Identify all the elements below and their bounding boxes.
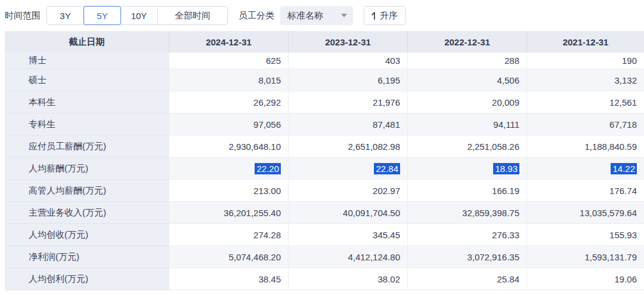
row-value-cell[interactable]: 13,035,579.64: [527, 202, 644, 224]
row-label: 人均薪酬(万元): [5, 158, 169, 180]
row-value-cell[interactable]: 97,056: [169, 113, 288, 136]
row-value-cell[interactable]: 20,009: [407, 91, 527, 113]
row-value-cell[interactable]: 403: [288, 53, 407, 69]
row-value-cell[interactable]: 190: [527, 53, 644, 69]
table-row[interactable]: 人均创收(万元) 274.28 345.45 276.33 155.93: [5, 224, 644, 246]
row-value-cell[interactable]: 2,651,082.98: [288, 136, 407, 158]
row-value-cell[interactable]: 5,074,468.20: [169, 246, 288, 268]
header-2021: 2021-12-31: [527, 31, 644, 53]
row-value-cell[interactable]: 38.02: [288, 268, 407, 290]
row-value-cell[interactable]: 213.00: [169, 180, 288, 202]
header-end-date: 截止日期: [5, 31, 169, 53]
table-body: 博士 625 403 288 190 硕士 8,015 6,195 4,506 …: [5, 53, 644, 290]
table-row[interactable]: 高管人均薪酬(万元) 213.00 202.97 166.19 176.74: [5, 180, 644, 202]
row-value-cell[interactable]: 40,091,704.50: [288, 202, 407, 224]
row-value-cell[interactable]: 12,561: [527, 91, 644, 113]
row-value-cell[interactable]: 176.74: [527, 180, 644, 202]
toolbar: 时间范围 3Y 5Y 10Y 全部时间 员工分类 标准名称 升序: [0, 0, 644, 26]
row-value-cell[interactable]: 3,072,916.35: [407, 246, 527, 268]
row-label: 博士: [5, 53, 169, 69]
row-value-cell[interactable]: 87,481: [288, 113, 407, 136]
table-row[interactable]: 专科生 97,056 87,481 94,111 67,718: [5, 113, 644, 136]
header-2024: 2024-12-31: [169, 31, 288, 53]
row-value-cell[interactable]: 94,111: [407, 113, 527, 136]
employee-data-table: 截止日期 2024-12-31 2023-12-31 2022-12-31 20…: [5, 31, 644, 290]
table-row[interactable]: 本科生 26,292 21,976 20,009 12,561: [5, 91, 644, 113]
row-value-cell[interactable]: 155.93: [527, 224, 644, 246]
header-2023: 2023-12-31: [288, 31, 407, 53]
row-value-cell[interactable]: 288: [407, 53, 527, 69]
time-button-10y[interactable]: 10Y: [120, 7, 158, 24]
row-value-cell[interactable]: 202.97: [288, 180, 407, 202]
row-label: 本科生: [5, 91, 169, 113]
row-value-cell[interactable]: 4,506: [407, 69, 527, 91]
table-header-row: 截止日期 2024-12-31 2023-12-31 2022-12-31 20…: [5, 31, 644, 53]
time-button-5y[interactable]: 5Y: [83, 6, 121, 25]
table-row[interactable]: 人均薪酬(万元) 22.20 22.84 18.93 14.22: [5, 158, 644, 180]
row-value-cell[interactable]: 6,195: [288, 69, 407, 91]
row-value-cell[interactable]: 36,201,255.40: [169, 202, 288, 224]
time-button-3y[interactable]: 3Y: [47, 7, 84, 24]
row-value-cell[interactable]: 3,132: [527, 69, 644, 91]
row-value-cell[interactable]: 2,251,058.26: [407, 136, 527, 158]
arrow-up-icon: [370, 11, 378, 20]
time-range-label: 时间范围: [5, 10, 41, 21]
employee-class-label: 员工分类: [239, 10, 274, 21]
table-row[interactable]: 应付员工薪酬(万元) 2,930,648.10 2,651,082.98 2,2…: [5, 136, 644, 158]
row-label: 主营业务收入(万元): [5, 202, 169, 224]
row-label: 硕士: [5, 69, 169, 91]
row-value-cell[interactable]: 26,292: [169, 91, 288, 113]
row-value-cell[interactable]: 276.33: [407, 224, 527, 246]
header-2022: 2022-12-31: [407, 31, 527, 53]
row-label: 净利润(万元): [5, 246, 169, 268]
row-value-cell[interactable]: 32,859,398.75: [407, 202, 527, 224]
row-value-cell[interactable]: 22.20: [169, 158, 288, 180]
row-value-cell[interactable]: 625: [169, 53, 288, 69]
row-value-cell[interactable]: 38.45: [169, 268, 288, 290]
row-value-cell[interactable]: 345.45: [288, 224, 407, 246]
chevron-down-icon: [341, 14, 347, 17]
row-value-cell[interactable]: 67,718: [527, 113, 644, 136]
sort-label: 升序: [380, 10, 398, 21]
row-value-cell[interactable]: 21,976: [288, 91, 407, 113]
row-value-cell[interactable]: 18.93: [407, 158, 527, 180]
row-value-cell[interactable]: 1,593,131.79: [527, 246, 644, 268]
row-value-cell[interactable]: 4,412,124.80: [288, 246, 407, 268]
row-value-cell[interactable]: 1,188,840.59: [527, 136, 644, 158]
row-label: 人均创收(万元): [5, 224, 169, 246]
row-value-cell[interactable]: 274.28: [169, 224, 288, 246]
table-row[interactable]: 人均创利(万元) 38.45 38.02 25.84 19.06: [5, 268, 644, 290]
row-label: 专科生: [5, 113, 169, 136]
table-row[interactable]: 净利润(万元) 5,074,468.20 4,412,124.80 3,072,…: [5, 246, 644, 268]
row-value-cell[interactable]: 2,930,648.10: [169, 136, 288, 158]
time-button-all[interactable]: 全部时间: [158, 7, 227, 24]
table-row[interactable]: 硕士 8,015 6,195 4,506 3,132: [5, 69, 644, 91]
row-label: 高管人均薪酬(万元): [5, 180, 169, 202]
row-value-cell[interactable]: 14.22: [527, 158, 644, 180]
sort-ascending-button[interactable]: 升序: [364, 6, 405, 25]
time-range-button-group: 3Y 5Y 10Y 全部时间: [47, 6, 228, 25]
row-label: 应付员工薪酬(万元): [5, 136, 169, 158]
row-value-cell[interactable]: 22.84: [288, 158, 407, 180]
table-row[interactable]: 主营业务收入(万元) 36,201,255.40 40,091,704.50 3…: [5, 202, 644, 224]
row-value-cell[interactable]: 8,015: [169, 69, 288, 91]
row-value-cell[interactable]: 19.06: [527, 268, 644, 290]
table-row[interactable]: 博士 625 403 288 190: [5, 53, 644, 69]
row-value-cell[interactable]: 25.84: [407, 268, 527, 290]
row-label: 人均创利(万元): [5, 268, 169, 290]
row-value-cell[interactable]: 166.19: [407, 180, 527, 202]
classification-value: 标准名称: [287, 10, 323, 21]
classification-select[interactable]: 标准名称: [280, 6, 353, 25]
